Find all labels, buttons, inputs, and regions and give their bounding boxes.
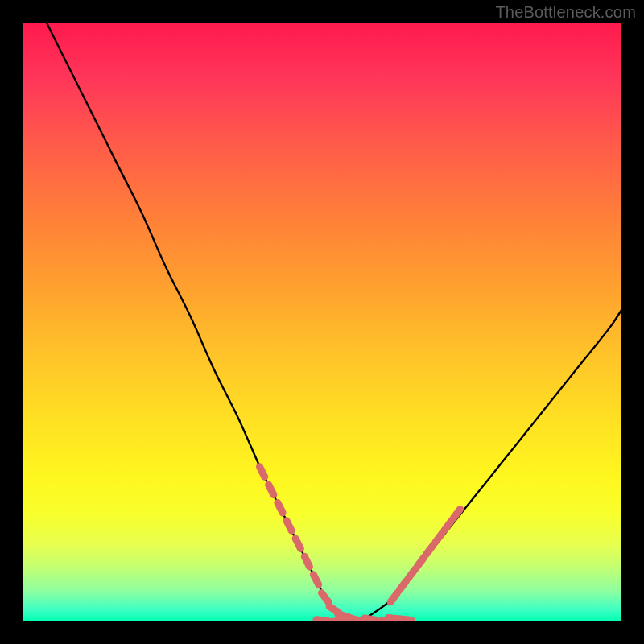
highlight-dash xyxy=(295,539,300,549)
highlight-dash xyxy=(390,593,397,602)
highlight-dash xyxy=(436,533,442,542)
highlight-dash xyxy=(313,575,318,585)
highlight-dash xyxy=(322,593,328,602)
chart-svg xyxy=(23,23,621,621)
highlight-dash xyxy=(304,556,309,567)
highlight-dash xyxy=(269,485,274,495)
highlight-dash xyxy=(278,502,283,513)
bottleneck-curve xyxy=(47,23,621,621)
highlight-dash xyxy=(408,569,415,578)
highlight-dash xyxy=(444,521,451,530)
highlight-dash xyxy=(418,557,424,566)
highlight-dash xyxy=(399,581,406,590)
highlight-dash xyxy=(260,467,265,477)
highlight-dash xyxy=(427,545,433,554)
chart-plot-area xyxy=(23,23,621,621)
watermark-text: TheBottleneck.com xyxy=(495,3,636,22)
highlight-dash xyxy=(287,521,291,531)
highlight-dash xyxy=(400,619,411,620)
highlight-dots xyxy=(260,467,460,621)
